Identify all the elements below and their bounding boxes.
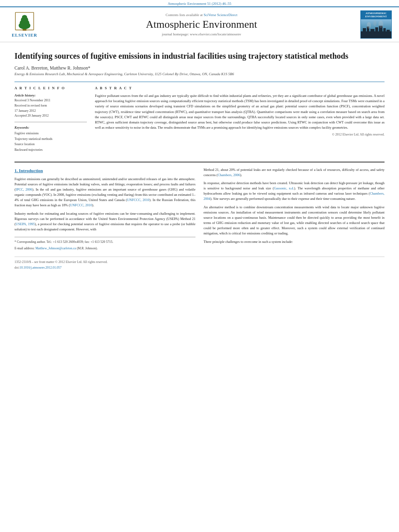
history-label: Article history: [14, 93, 87, 97]
article-info-heading: A R T I C L E I N F O [14, 86, 87, 90]
copyright-line: © 2012 Elsevier Ltd. All rights reserved… [95, 133, 385, 136]
section1-header: 1. Introduction [14, 167, 195, 174]
intro-para1: Fugitive emissions can generally be desc… [14, 177, 195, 208]
svg-point-18 [367, 22, 371, 29]
ref-unfccc2010a[interactable]: UNFCCC, 2010 [127, 198, 150, 202]
ref-gassonic[interactable]: Gassonic, n.d. [274, 186, 294, 190]
abstract-text: Fugitive pollutant sources from the oil … [95, 93, 385, 130]
abstract-col: A B S T R A C T Fugitive pollutant sourc… [95, 86, 385, 156]
elsevier-brand-label: ELSEVIER [12, 33, 37, 37]
intro-para2: Industry methods for estimating and loca… [14, 211, 195, 232]
body-columns: 1. Introduction Fugitive emissions can g… [14, 167, 385, 253]
atmos-env-cover: ATMOSPHERIC ENVIRONMENT [360, 10, 392, 39]
ref-unfccc2010b[interactable]: UNFCCC, 2010 [70, 203, 92, 207]
elsevier-logo-area: ELSEVIER [6, 12, 43, 37]
svg-point-19 [378, 21, 383, 28]
ref-usepa1995[interactable]: USEPA, 1995 [16, 222, 35, 226]
section1-number-title: 1. Introduction [14, 168, 43, 173]
article-info-col: A R T I C L E I N F O Article history: R… [14, 86, 87, 156]
bottom-bar: 1352-2310/$ – see front matter © 2012 El… [14, 257, 385, 273]
doi-link[interactable]: 10.1016/j.atmosenv.2012.01.057 [19, 266, 62, 269]
ref-ipcc2006[interactable]: IPCC, 2006 [16, 187, 32, 191]
journal-header: ELSEVIER Contents lists available at Sci… [0, 6, 399, 42]
journal-logo-right: ATMOSPHERIC ENVIRONMENT [360, 10, 393, 39]
body-right-para1: Method 21, about 20% of potential leaks … [204, 167, 385, 178]
journal-homepage: journal homepage: www.elsevier.com/locat… [47, 32, 356, 36]
authors-line: Carol A. Brereton, Matthew R. Johnson* [14, 66, 385, 70]
issn-line: 1352-2310/$ – see front matter © 2012 El… [14, 259, 385, 265]
keywords-label: Keywords: [14, 125, 87, 129]
svg-rect-17 [387, 30, 390, 33]
keywords-group: Keywords: Fugitive emissions Trajectory … [14, 125, 87, 152]
cover-image [361, 19, 391, 38]
keyword-2: Trajectory statistical methods [14, 136, 87, 142]
body-right-para3: An alternative method is to combine down… [204, 205, 385, 236]
footnote-email-link[interactable]: Matthew_Johnson@carleton.ca [35, 246, 76, 250]
affiliation: Energy & Emissions Research Lab, Mechani… [14, 72, 385, 76]
ref-chambers2004[interactable]: Chambers, 2004 [204, 191, 385, 201]
article-history-group: Article history: Received 3 November 201… [14, 93, 87, 119]
footnote-section: * Corresponding author. Tel.: +1 613 520… [14, 237, 195, 251]
body-col-left: 1. Introduction Fugitive emissions can g… [14, 167, 195, 253]
main-content: Identifying sources of fugitive emission… [0, 42, 399, 257]
svg-rect-14 [375, 27, 378, 33]
svg-rect-11 [363, 28, 366, 33]
revised-date: 17 January 2012 [14, 109, 87, 114]
accepted-date: Accepted 20 January 2012 [14, 113, 87, 119]
body-col-right: Method 21, about 20% of potential leaks … [204, 167, 385, 253]
author-names: Carol A. Brereton, Matthew R. Johnson* [14, 66, 90, 70]
article-title: Identifying sources of fugitive emission… [14, 50, 385, 62]
svg-rect-16 [383, 28, 386, 33]
journal-title: Atmospheric Environment [47, 18, 356, 31]
logo-line2: ENVIRONMENT [361, 15, 391, 18]
body-right-para4: Three principle challenges to overcome i… [204, 239, 385, 244]
revised-label: Received in revised form [14, 103, 87, 109]
article-info-abstract-section: A R T I C L E I N F O Article history: R… [14, 82, 385, 156]
keyword-1: Fugitive emissions [14, 131, 87, 136]
abstract-heading: A B S T R A C T [95, 86, 385, 90]
svg-rect-13 [370, 29, 374, 33]
atmos-env-title: ATMOSPHERIC ENVIRONMENT [361, 11, 391, 19]
cover-svg [361, 19, 391, 38]
footnote-email: E-mail address: Matthew_Johnson@carleton… [14, 246, 195, 251]
keyword-4: Backward trajectories [14, 147, 87, 153]
doi-line: doi:10.1016/j.atmosenv.2012.01.057 [14, 265, 385, 271]
svg-point-20 [373, 21, 376, 26]
elsevier-logo: ELSEVIER [12, 12, 37, 37]
keyword-3: Source location [14, 142, 87, 147]
received-date: Received 3 November 2011 [14, 98, 87, 103]
sciverse-prefix: Contents lists available at [166, 13, 203, 17]
section-separator [14, 162, 385, 162]
sciverse-link[interactable]: SciVerse ScienceDirect [204, 13, 237, 17]
footnote-corresponding: * Corresponding author. Tel.: +1 613 520… [14, 240, 195, 245]
journal-ref-text: Atmospheric Environment 51 (2012) 46–55 [168, 2, 231, 6]
info-divider [14, 122, 87, 122]
elsevier-tree-icon [12, 12, 37, 32]
journal-reference: Atmospheric Environment 51 (2012) 46–55 [0, 0, 399, 6]
sciverse-line: Contents lists available at SciVerse Sci… [47, 13, 356, 17]
logo-line1: ATMOSPHERIC [361, 12, 391, 15]
journal-center-header: Contents lists available at SciVerse Sci… [47, 13, 356, 36]
svg-point-4 [22, 15, 27, 19]
body-right-para2: In response, alternative detection metho… [204, 181, 385, 202]
ref-chambers2006[interactable]: Chambers, 2006 [218, 173, 240, 177]
